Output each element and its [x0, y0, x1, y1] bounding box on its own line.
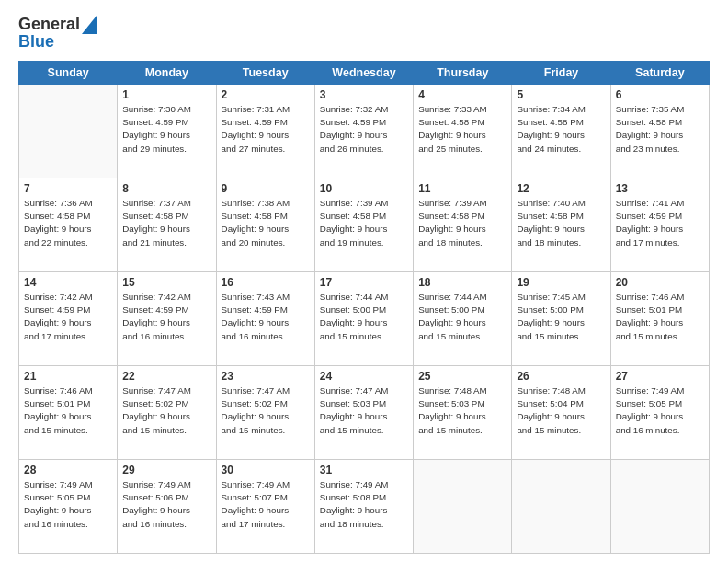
day-header-saturday: Saturday	[610, 62, 709, 85]
day-info: Sunrise: 7:48 AMSunset: 5:03 PMDaylight:…	[418, 385, 506, 437]
day-info: Sunrise: 7:48 AMSunset: 5:04 PMDaylight:…	[517, 385, 605, 437]
day-info: Sunrise: 7:43 AMSunset: 4:59 PMDaylight:…	[222, 291, 310, 343]
logo-general: General	[18, 15, 80, 34]
day-number: 7	[24, 182, 112, 195]
day-number: 11	[418, 182, 506, 195]
calendar-cell: 8Sunrise: 7:37 AMSunset: 4:58 PMDaylight…	[118, 178, 216, 272]
day-number: 8	[122, 182, 210, 195]
calendar-cell: 29Sunrise: 7:49 AMSunset: 5:06 PMDayligh…	[118, 460, 216, 554]
day-number: 2	[222, 88, 310, 101]
calendar-week-row: 1Sunrise: 7:30 AMSunset: 4:59 PMDaylight…	[19, 85, 710, 178]
calendar-cell: 13Sunrise: 7:41 AMSunset: 4:59 PMDayligh…	[610, 178, 709, 272]
calendar-cell: 11Sunrise: 7:39 AMSunset: 4:58 PMDayligh…	[414, 178, 512, 272]
day-number: 28	[24, 464, 112, 477]
day-info: Sunrise: 7:49 AMSunset: 5:08 PMDaylight:…	[320, 478, 408, 531]
calendar-cell: 10Sunrise: 7:39 AMSunset: 4:58 PMDayligh…	[314, 178, 413, 272]
day-number: 17	[320, 276, 408, 289]
day-info: Sunrise: 7:33 AMSunset: 4:58 PMDaylight:…	[418, 103, 506, 155]
calendar-table: SundayMondayTuesdayWednesdayThursdayFrid…	[18, 61, 710, 554]
day-number: 19	[517, 276, 605, 289]
page: General Blue SundayMondayTuesdayWednesda…	[0, 0, 728, 563]
day-number: 25	[418, 370, 506, 383]
day-info: Sunrise: 7:40 AMSunset: 4:58 PMDaylight:…	[517, 197, 605, 249]
calendar-cell: 30Sunrise: 7:49 AMSunset: 5:07 PMDayligh…	[216, 460, 314, 554]
calendar-cell: 18Sunrise: 7:44 AMSunset: 5:00 PMDayligh…	[414, 272, 512, 366]
day-info: Sunrise: 7:36 AMSunset: 4:58 PMDaylight:…	[24, 197, 112, 249]
calendar-cell	[610, 460, 709, 554]
day-header-tuesday: Tuesday	[216, 62, 314, 85]
day-info: Sunrise: 7:46 AMSunset: 5:01 PMDaylight:…	[616, 291, 704, 343]
day-number: 16	[222, 276, 310, 289]
calendar-cell: 12Sunrise: 7:40 AMSunset: 4:58 PMDayligh…	[512, 178, 610, 272]
day-number: 15	[122, 276, 210, 289]
day-number: 13	[616, 182, 704, 195]
calendar-cell: 25Sunrise: 7:48 AMSunset: 5:03 PMDayligh…	[414, 366, 512, 460]
logo-triangle-icon	[82, 16, 97, 34]
day-number: 9	[222, 182, 310, 195]
calendar-cell: 9Sunrise: 7:38 AMSunset: 4:58 PMDaylight…	[216, 178, 314, 272]
day-number: 23	[222, 370, 310, 383]
day-number: 21	[24, 370, 112, 383]
day-info: Sunrise: 7:47 AMSunset: 5:03 PMDaylight:…	[320, 385, 408, 437]
day-info: Sunrise: 7:30 AMSunset: 4:59 PMDaylight:…	[122, 103, 210, 155]
day-number: 5	[517, 88, 605, 101]
day-number: 26	[517, 370, 605, 383]
calendar-cell: 4Sunrise: 7:33 AMSunset: 4:58 PMDaylight…	[414, 85, 512, 178]
day-number: 24	[320, 370, 408, 383]
calendar-cell: 5Sunrise: 7:34 AMSunset: 4:58 PMDaylight…	[512, 85, 610, 178]
day-number: 3	[320, 88, 408, 101]
day-info: Sunrise: 7:46 AMSunset: 5:01 PMDaylight:…	[24, 385, 112, 437]
day-number: 27	[616, 370, 704, 383]
day-header-monday: Monday	[118, 62, 216, 85]
svg-marker-0	[82, 16, 97, 34]
calendar-week-row: 21Sunrise: 7:46 AMSunset: 5:01 PMDayligh…	[19, 366, 710, 460]
day-info: Sunrise: 7:35 AMSunset: 4:58 PMDaylight:…	[616, 103, 704, 155]
day-header-sunday: Sunday	[19, 62, 118, 85]
day-number: 10	[320, 182, 408, 195]
logo: General Blue	[18, 15, 97, 52]
day-info: Sunrise: 7:45 AMSunset: 5:00 PMDaylight:…	[517, 291, 605, 343]
calendar-week-row: 28Sunrise: 7:49 AMSunset: 5:05 PMDayligh…	[19, 460, 710, 554]
calendar-cell: 19Sunrise: 7:45 AMSunset: 5:00 PMDayligh…	[512, 272, 610, 366]
day-header-thursday: Thursday	[414, 62, 512, 85]
day-number: 18	[418, 276, 506, 289]
day-info: Sunrise: 7:39 AMSunset: 4:58 PMDaylight:…	[320, 197, 408, 249]
day-number: 31	[320, 464, 408, 477]
calendar-cell: 15Sunrise: 7:42 AMSunset: 4:59 PMDayligh…	[118, 272, 216, 366]
day-number: 12	[517, 182, 605, 195]
day-info: Sunrise: 7:42 AMSunset: 4:59 PMDaylight:…	[24, 291, 112, 343]
calendar-cell: 26Sunrise: 7:48 AMSunset: 5:04 PMDayligh…	[512, 366, 610, 460]
day-info: Sunrise: 7:38 AMSunset: 4:58 PMDaylight:…	[222, 197, 310, 249]
calendar-week-row: 14Sunrise: 7:42 AMSunset: 4:59 PMDayligh…	[19, 272, 710, 366]
day-info: Sunrise: 7:49 AMSunset: 5:05 PMDaylight:…	[616, 385, 704, 437]
day-info: Sunrise: 7:42 AMSunset: 4:59 PMDaylight:…	[122, 291, 210, 343]
calendar-cell: 31Sunrise: 7:49 AMSunset: 5:08 PMDayligh…	[314, 460, 413, 554]
day-number: 6	[616, 88, 704, 101]
calendar-cell: 17Sunrise: 7:44 AMSunset: 5:00 PMDayligh…	[314, 272, 413, 366]
day-number: 22	[122, 370, 210, 383]
calendar-cell	[19, 85, 118, 178]
calendar-cell: 23Sunrise: 7:47 AMSunset: 5:02 PMDayligh…	[216, 366, 314, 460]
calendar-cell: 1Sunrise: 7:30 AMSunset: 4:59 PMDaylight…	[118, 85, 216, 178]
day-info: Sunrise: 7:32 AMSunset: 4:59 PMDaylight:…	[320, 103, 408, 155]
day-info: Sunrise: 7:31 AMSunset: 4:59 PMDaylight:…	[222, 103, 310, 155]
day-info: Sunrise: 7:41 AMSunset: 4:59 PMDaylight:…	[616, 197, 704, 249]
day-header-wednesday: Wednesday	[314, 62, 413, 85]
day-number: 29	[122, 464, 210, 477]
day-info: Sunrise: 7:49 AMSunset: 5:05 PMDaylight:…	[24, 478, 112, 531]
day-number: 20	[616, 276, 704, 289]
calendar-cell: 14Sunrise: 7:42 AMSunset: 4:59 PMDayligh…	[19, 272, 118, 366]
calendar-cell: 6Sunrise: 7:35 AMSunset: 4:58 PMDaylight…	[610, 85, 709, 178]
day-number: 1	[122, 88, 210, 101]
calendar-cell: 16Sunrise: 7:43 AMSunset: 4:59 PMDayligh…	[216, 272, 314, 366]
logo-blue: Blue	[18, 32, 54, 52]
day-header-friday: Friday	[512, 62, 610, 85]
day-info: Sunrise: 7:49 AMSunset: 5:06 PMDaylight:…	[122, 478, 210, 531]
day-number: 4	[418, 88, 506, 101]
day-info: Sunrise: 7:49 AMSunset: 5:07 PMDaylight:…	[222, 478, 310, 531]
calendar-cell: 7Sunrise: 7:36 AMSunset: 4:58 PMDaylight…	[19, 178, 118, 272]
calendar-cell: 20Sunrise: 7:46 AMSunset: 5:01 PMDayligh…	[610, 272, 709, 366]
day-info: Sunrise: 7:44 AMSunset: 5:00 PMDaylight:…	[320, 291, 408, 343]
calendar-cell: 22Sunrise: 7:47 AMSunset: 5:02 PMDayligh…	[118, 366, 216, 460]
day-info: Sunrise: 7:37 AMSunset: 4:58 PMDaylight:…	[122, 197, 210, 249]
